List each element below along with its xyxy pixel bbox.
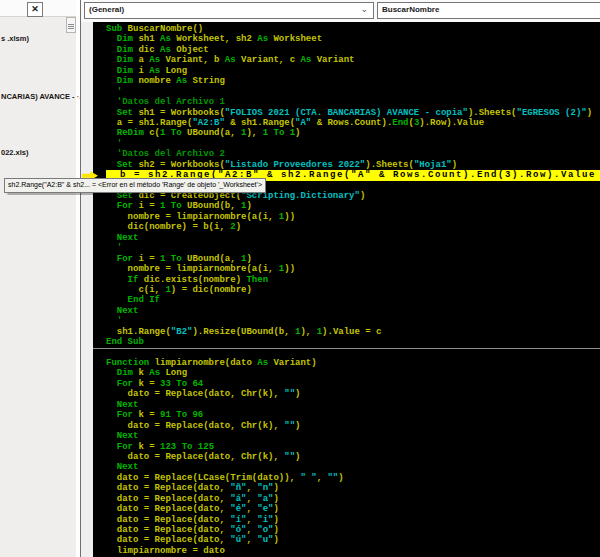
code-line: dato = Replace(dato, "ó", "o") — [93, 525, 600, 535]
code-line: Sub BuscarNombre() — [93, 24, 600, 34]
project-item-workbook2[interactable]: NCARIAS) AVANCE - ·. — [1, 92, 81, 101]
code-line: a = sh1.Range("A2:B" & sh1.Range("A" & R… — [93, 118, 600, 128]
code-line: Next — [93, 462, 600, 472]
code-line: ' — [93, 243, 600, 253]
close-button[interactable]: ✕ — [27, 2, 43, 17]
code-line: End If — [93, 295, 600, 305]
code-line: dato = Replace(LCase(Trim(dato)), " ", "… — [93, 473, 600, 483]
code-line: dato = Replace(dato, Chr(k), "") — [93, 452, 600, 462]
error-datatip: sh2.Range("A2:B" & sh2... = <Error en el… — [4, 178, 266, 193]
code-line: sh1.Range("B2").Resize(UBound(b, 1), 1).… — [93, 327, 600, 337]
code-line: dato = Replace(dato, "ñ", "n") — [93, 483, 600, 493]
code-line: ' — [93, 139, 600, 149]
procedure-dropdown-value: BuscarNombre — [382, 5, 439, 14]
code-line: ' — [93, 87, 600, 97]
code-line: Next — [93, 233, 600, 243]
object-dropdown[interactable]: (General) ⌄ — [84, 2, 374, 19]
code-line: ReDim c(1 To UBound(a, 1), 1 To 1) — [93, 128, 600, 138]
code-line: For i = 1 To UBound(a, 1) — [93, 254, 600, 264]
code-line: For k = 33 To 64 — [93, 379, 600, 389]
code-line: dato = Replace(dato, "í", "i") — [93, 515, 600, 525]
project-explorer-panel: ✕ s .xlsm) NCARIAS) AVANCE - ·. 022.xls) — [0, 0, 76, 557]
editor-header: (General) ⌄ BuscarNombre — [81, 0, 600, 22]
code-line: Next — [93, 306, 600, 316]
project-item-label: NCARIAS) AVANCE - — [1, 92, 77, 101]
code-area: Sub BuscarNombre() Dim sh1 As Worksheet,… — [93, 22, 600, 557]
code-line: dato = Replace(dato, "á", "a") — [93, 494, 600, 504]
margin-indicator-bar — [81, 22, 93, 557]
code-line: Dim a As Variant, b As Variant, c As Var… — [93, 55, 600, 65]
code-line: dato = Replace(dato, "é", "e") — [93, 504, 600, 514]
code-line: Dim dic As Object — [93, 45, 600, 55]
code-line: Next — [93, 400, 600, 410]
project-item-label: s .xlsm) — [1, 34, 29, 43]
project-item-label: 022.xls) — [1, 148, 29, 157]
code-line: ' — [93, 316, 600, 326]
scrollbar-grip-icon — [68, 24, 74, 30]
panel-scrollbar[interactable] — [66, 17, 76, 33]
code-line: Dim nombre As String — [93, 76, 600, 86]
code-line: End Sub — [93, 337, 600, 347]
object-dropdown-value: (General) — [89, 5, 124, 14]
project-item-workbook1[interactable]: s .xlsm) — [1, 34, 29, 43]
code-line: For k = 123 To 125 — [93, 442, 600, 452]
code-line: Set sh2 = Workbooks("Listado Proveedores… — [93, 160, 600, 170]
procedure-dropdown[interactable]: BuscarNombre — [377, 2, 600, 19]
code-line: If dic.exists(nombre) Then — [93, 275, 600, 285]
code-line: Dim i As Long — [93, 66, 600, 76]
code-line: 'Datos del Archivo 2 — [93, 149, 600, 159]
code-line: dato = Replace(dato, "ú", "u") — [93, 535, 600, 545]
code-line: dato = Replace(dato, Chr(k), "") — [93, 389, 600, 399]
code-line: Function limpiarnombre(dato As Variant) — [93, 358, 600, 368]
code-line — [93, 348, 600, 358]
code-line: Dim sh1 As Worksheet, sh2 As Worksheet — [93, 34, 600, 44]
code-line: dato = Replace(dato, Chr(k), "") — [93, 421, 600, 431]
code-window: (General) ⌄ BuscarNombre Sub BuscarNombr… — [80, 0, 600, 557]
project-item-workbook3[interactable]: 022.xls) — [1, 148, 29, 157]
code-line: Set sh1 = Workbooks("FOLIOS 2021 (CTA. B… — [93, 108, 600, 118]
code-line: Next — [93, 431, 600, 441]
code-line: 'Datos del Archivo 1 — [93, 97, 600, 107]
code-editor[interactable]: Sub BuscarNombre() Dim sh1 As Worksheet,… — [81, 22, 600, 557]
code-line: For k = 91 To 96 — [93, 410, 600, 420]
code-line: nombre = limpiarnombre(a(i, 1)) — [93, 212, 600, 222]
code-line: nombre = limpiarnombre(a(i, 1)) — [93, 264, 600, 274]
close-icon: ✕ — [31, 4, 39, 14]
code-line: c(i, 1) = dic(nombre) — [93, 285, 600, 295]
code-line: For i = 1 To UBound(b, 1) — [93, 201, 600, 211]
code-line: limpiarnombre = dato — [93, 546, 600, 556]
code-line: dic(nombre) = b(i, 2) — [93, 222, 600, 232]
error-datatip-text: sh2.Range("A2:B" & sh2... = <Error en el… — [8, 181, 262, 188]
code-line: Dim k As Long — [93, 368, 600, 378]
chevron-down-icon: ⌄ — [360, 4, 368, 14]
